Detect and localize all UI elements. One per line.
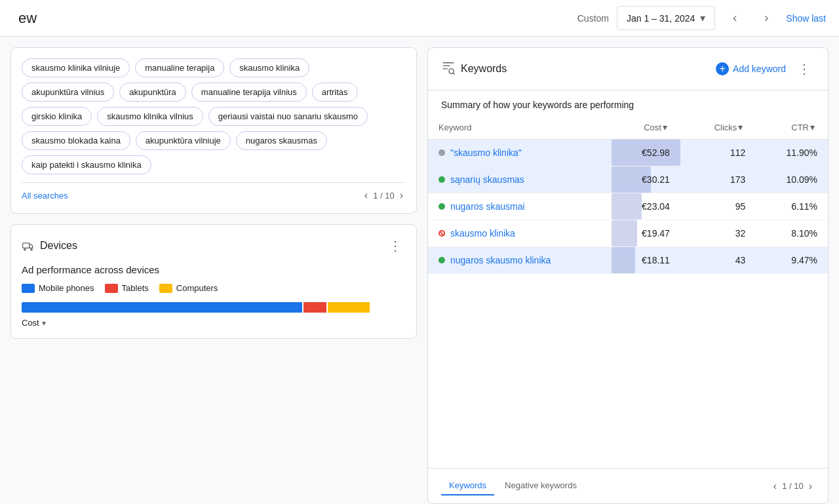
keyword-link[interactable]: sąnarių skausmas [450, 174, 524, 185]
search-terms-card: skausmo klinika vilniujemanualine terapi… [10, 47, 417, 214]
col-keyword: Keyword [428, 115, 612, 140]
cost-bar [612, 193, 642, 220]
keyword-cell: nugaros skausmo klinika [428, 247, 612, 274]
search-terms-pagination: ‹ 1 / 10 › [362, 188, 406, 203]
cost-cell: €19.47 [612, 220, 680, 247]
keywords-title-row: Keywords [441, 61, 507, 77]
devices-title-row: Devices [22, 239, 77, 252]
keyword-chip[interactable]: kaip patekti i skausmo klinika [22, 155, 151, 174]
table-row[interactable]: sąnarių skausmas €30.21 173 10.09% [428, 166, 828, 193]
sort-clicks-button[interactable]: Clicks ▾ [712, 121, 746, 134]
keyword-chip[interactable]: artritas [312, 83, 358, 102]
table-row[interactable]: "skausmo klinika" €52.98 112 11.90% [428, 140, 828, 166]
devices-icon [22, 239, 35, 252]
clicks-cell: 95 [680, 193, 756, 220]
footer-tab-negative-keywords[interactable]: Negative keywords [497, 476, 585, 495]
cost-cell: €23.04 [612, 193, 680, 220]
clicks-cell: 112 [680, 140, 756, 166]
keyword-chip[interactable]: skausmo klinika vilniuje [22, 58, 130, 77]
keyword-chip[interactable]: akupunktūra vilnius [22, 83, 114, 102]
keywords-pagination: ‹ 1 / 10 › [771, 479, 815, 494]
keyword-link[interactable]: skausmo klinika [450, 228, 515, 239]
cost-value: €30.21 [642, 174, 670, 185]
keyword-chip[interactable]: nugaros skausmas [236, 131, 327, 150]
date-range-button[interactable]: Jan 1 – 31, 2024 ▾ [617, 6, 715, 30]
col-ctr: CTR ▾ [756, 115, 828, 140]
computer-bar [328, 302, 370, 313]
next-date-button[interactable]: › [754, 7, 778, 30]
table-row[interactable]: skausmo klinika €19.47 32 8.10% [428, 220, 828, 247]
keyword-chip[interactable]: skausmo blokada kaina [22, 131, 130, 150]
keywords-header: Keywords + Add keyword ⋮ [428, 48, 828, 90]
keyword-chip[interactable]: manualine terapija [135, 58, 224, 77]
mobile-bar [22, 302, 302, 313]
keyword-chip[interactable]: skausmo klinika [229, 58, 309, 77]
keywords-summary: Summary of how your keywords are perform… [428, 90, 828, 115]
devices-subtitle: Ad performance across devices [22, 264, 406, 275]
table-row[interactable]: nugaros skausmo klinika €18.11 43 9.47% [428, 247, 828, 274]
keyword-chip[interactable]: geriausi vaistai nuo sanariu skausmo [208, 107, 368, 126]
legend-item: Mobile phones [22, 283, 94, 293]
keyword-chip[interactable]: girskio klinika [22, 107, 92, 126]
footer-tab-keywords[interactable]: Keywords [441, 476, 494, 495]
keyword-chip[interactable]: manualine terapija vilnius [191, 83, 307, 102]
keyword-chip[interactable]: akupunktūra vilniuje [136, 131, 231, 150]
next-keyword-page-button[interactable]: › [806, 479, 815, 494]
keyword-cell: sąnarių skausmas [428, 166, 612, 193]
keyword-cell: skausmo klinika [428, 220, 612, 247]
keyword-chip[interactable]: akupunktūra [119, 83, 186, 102]
prev-keyword-page-button[interactable]: ‹ [771, 479, 779, 494]
keyword-link[interactable]: "skausmo klinika" [450, 147, 522, 158]
search-terms-page: 1 / 10 [373, 191, 395, 201]
keywords-icon [441, 61, 456, 77]
page-title: ew [18, 10, 37, 27]
legend-label: Computers [176, 283, 218, 293]
cost-cell: €30.21 [612, 166, 680, 193]
svg-rect-0 [23, 243, 29, 248]
cost-value: €18.11 [642, 255, 670, 265]
custom-label: Custom [577, 13, 609, 24]
cost-cell: €18.11 [612, 247, 680, 274]
devices-header: Devices ⋮ [22, 235, 406, 256]
show-last-button[interactable]: Show last [786, 13, 826, 24]
cost-value: €19.47 [642, 228, 670, 239]
sort-cost-button[interactable]: Cost ▾ [641, 121, 670, 134]
prev-search-page-button[interactable]: ‹ [362, 188, 370, 203]
devices-title: Devices [40, 240, 77, 252]
legend-color [159, 284, 172, 293]
keyword-link[interactable]: nugaros skausmo klinika [450, 255, 551, 265]
next-search-page-button[interactable]: › [397, 188, 406, 203]
devices-more-button[interactable]: ⋮ [385, 235, 406, 256]
top-bar: ew Custom Jan 1 – 31, 2024 ▾ ‹ › Show la… [0, 0, 839, 37]
all-searches-link[interactable]: All searches [22, 191, 68, 201]
sort-icon: ▾ [663, 122, 667, 132]
footer-tabs: KeywordsNegative keywords [441, 476, 585, 495]
col-clicks: Clicks ▾ [680, 115, 756, 140]
devices-card: Devices ⋮ Ad performance across devices … [10, 224, 417, 339]
ctr-cell: 6.11% [756, 193, 828, 220]
keyword-chip[interactable]: skausmo klinika vilnius [97, 107, 203, 126]
legend-label: Mobile phones [39, 283, 94, 293]
chevron-down-icon: ▾ [700, 12, 705, 24]
main-content: skausmo klinika vilniujemanualine terapi… [0, 37, 839, 504]
keywords-footer: KeywordsNegative keywords ‹ 1 / 10 › [428, 468, 828, 503]
clicks-cell: 43 [680, 247, 756, 274]
table-row[interactable]: nugaros skausmai €23.04 95 6.11% [428, 193, 828, 220]
status-disabled-icon [439, 230, 445, 237]
cost-cell: €52.98 [612, 140, 680, 166]
ctr-cell: 10.09% [756, 166, 828, 193]
svg-point-1 [24, 249, 26, 251]
keyword-cell: nugaros skausmai [428, 193, 612, 220]
sort-clicks-icon: ▾ [738, 122, 743, 132]
status-paused-icon [439, 149, 445, 156]
sort-ctr-button[interactable]: CTR ▾ [789, 121, 817, 134]
keyword-link[interactable]: nugaros skausmai [450, 201, 525, 212]
keywords-more-button[interactable]: ⋮ [794, 58, 815, 79]
plus-icon: + [716, 62, 729, 75]
prev-date-button[interactable]: ‹ [723, 7, 747, 30]
add-keyword-button[interactable]: + Add keyword [716, 62, 786, 75]
keywords-title: Keywords [461, 63, 507, 75]
date-range-value: Jan 1 – 31, 2024 [627, 13, 695, 24]
clicks-cell: 173 [680, 166, 756, 193]
legend-color [105, 284, 118, 293]
